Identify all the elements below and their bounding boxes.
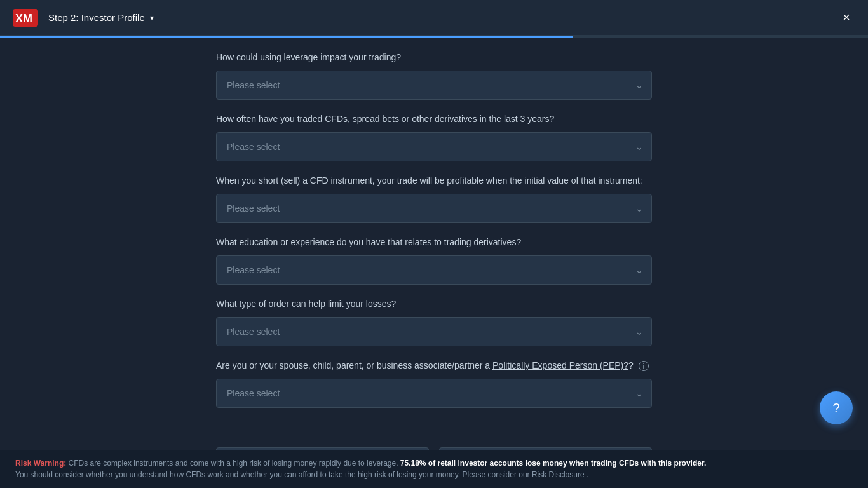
risk-warning-title: Risk Warning: xyxy=(15,459,66,468)
select-wrapper-q5: Please select ⌄ xyxy=(216,317,652,346)
select-q2[interactable]: Please select xyxy=(216,132,652,161)
select-wrapper-q4: Please select ⌄ xyxy=(216,255,652,285)
help-icon: ? xyxy=(832,401,839,416)
progress-bar-container xyxy=(0,36,868,38)
question-block-q4: What education or experience do you have… xyxy=(216,236,652,285)
xm-logo: XM xyxy=(13,6,38,29)
question-block-q3: When you short (sell) a CFD instrument, … xyxy=(216,174,652,223)
question-label-q1: How could using leverage impact your tra… xyxy=(216,51,652,64)
step-indicator[interactable]: Step 2: Investor Profile ▾ xyxy=(48,12,154,23)
select-q1[interactable]: Please select xyxy=(216,71,652,100)
pep-link[interactable]: Politically Exposed Person (PEP)? xyxy=(492,360,628,370)
chevron-down-icon: ▾ xyxy=(150,13,154,22)
select-q6[interactable]: Please select xyxy=(216,379,652,408)
step-label: Step 2: Investor Profile xyxy=(48,12,145,23)
question-block-q1: How could using leverage impact your tra… xyxy=(216,51,652,100)
question-block-q5: What type of order can help limit your l… xyxy=(216,297,652,346)
help-button[interactable]: ? xyxy=(820,391,853,424)
risk-warning-text2: You should consider whether you understa… xyxy=(15,470,532,479)
question-label-q2: How often have you traded CFDs, spread b… xyxy=(216,112,652,126)
select-q3[interactable]: Please select xyxy=(216,194,652,223)
risk-warning-text1: CFDs are complex instruments and come wi… xyxy=(69,459,398,468)
select-wrapper-q2: Please select ⌄ xyxy=(216,132,652,161)
info-icon-q6[interactable]: i xyxy=(639,361,649,371)
header-left: XM Step 2: Investor Profile ▾ xyxy=(13,6,154,29)
header: XM Step 2: Investor Profile ▾ × xyxy=(0,0,868,36)
close-button[interactable]: × xyxy=(837,8,855,27)
risk-warning-footer: Risk Warning: CFDs are complex instrumen… xyxy=(0,450,868,488)
select-q5[interactable]: Please select xyxy=(216,317,652,346)
question-block-q2: How often have you traded CFDs, spread b… xyxy=(216,112,652,161)
question-label-q3: When you short (sell) a CFD instrument, … xyxy=(216,174,652,187)
question-label-q6: Are you or your spouse, child, parent, o… xyxy=(216,359,652,372)
question-label-q5: What type of order can help limit your l… xyxy=(216,297,652,311)
risk-warning-bold: 75.18% of retail investor accounts lose … xyxy=(400,459,706,468)
select-wrapper-q3: Please select ⌄ xyxy=(216,194,652,223)
select-wrapper-q6: Please select ⌄ xyxy=(216,379,652,408)
question-block-q6: Are you or your spouse, child, parent, o… xyxy=(216,359,652,408)
main-content: How could using leverage impact your tra… xyxy=(0,38,868,437)
select-q4[interactable]: Please select xyxy=(216,255,652,285)
progress-bar-fill xyxy=(0,36,573,38)
risk-disclosure-link[interactable]: Risk Disclosure xyxy=(532,470,585,479)
risk-warning-text3: . xyxy=(587,470,588,479)
question-label-q4: What education or experience do you have… xyxy=(216,236,652,249)
select-wrapper-q1: Please select ⌄ xyxy=(216,71,652,100)
svg-text:XM: XM xyxy=(15,12,32,25)
